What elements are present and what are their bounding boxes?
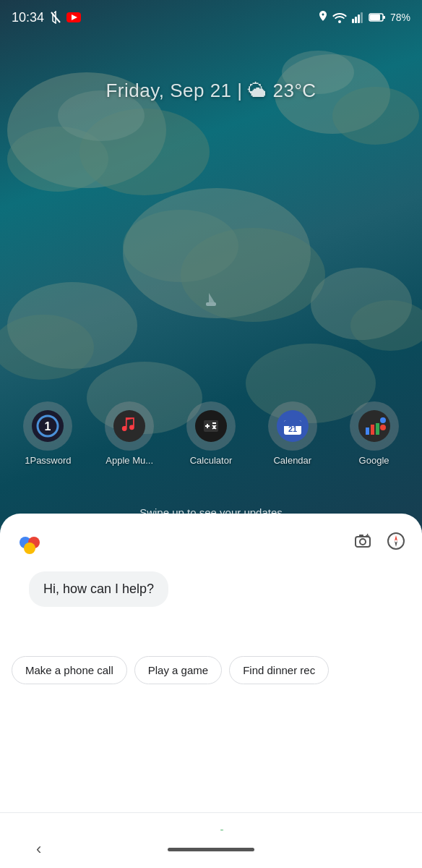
svg-point-62 [360, 539, 366, 545]
greeting-bubble: Hi, how can I help? [29, 571, 168, 607]
status-right: 78% [318, 11, 410, 24]
svg-point-50 [380, 425, 386, 430]
svg-rect-63 [359, 535, 363, 537]
suggestion-phone-call[interactable]: Make a phone call [12, 656, 127, 684]
back-button[interactable]: ‹ [36, 840, 41, 859]
nav-pill[interactable] [168, 848, 254, 851]
svg-rect-26 [383, 16, 385, 19]
status-icons-left [50, 11, 82, 24]
youtube-icon [66, 12, 82, 23]
svg-rect-48 [376, 423, 379, 435]
app-calculator-icon[interactable] [186, 401, 236, 451]
svg-point-31 [113, 410, 145, 442]
snapshot-button[interactable] [353, 531, 373, 554]
svg-point-60 [24, 542, 35, 554]
app-1password[interactable]: 1 1Password [15, 401, 80, 466]
suggestions-row: Make a phone call Play a game Find dinne… [0, 613, 422, 684]
app-calculator-label: Calculator [190, 455, 233, 466]
date-text: Friday, Sep 21 | 🌥 23°C [106, 80, 316, 101]
app-apple-music-icon[interactable] [105, 401, 154, 451]
svg-rect-16 [206, 302, 216, 306]
mute-icon [50, 11, 61, 24]
assistant-header [0, 514, 422, 566]
greeting-text: Hi, how can I help? [43, 582, 154, 596]
nav-bar: ‹ [0, 830, 422, 868]
app-1password-icon[interactable]: 1 [23, 401, 72, 451]
date-widget: Friday, Sep 21 | 🌥 23°C [0, 80, 422, 102]
wifi-icon [332, 12, 347, 23]
greeting-area: Hi, how can I help? [0, 566, 422, 613]
suggestion-play-game[interactable]: Play a game [134, 656, 222, 684]
status-time: 10:34 [12, 10, 44, 25]
suggestion-dinner[interactable]: Find dinner rec [229, 656, 329, 684]
app-google[interactable]: Google [342, 401, 407, 466]
svg-rect-24 [361, 12, 363, 23]
svg-marker-68 [395, 541, 397, 547]
svg-rect-22 [355, 17, 357, 23]
svg-point-9 [123, 210, 238, 282]
app-1password-label: 1Password [25, 455, 71, 466]
location-icon [318, 11, 328, 24]
assistant-action-buttons [353, 531, 406, 554]
app-calendar-icon[interactable]: 21 [268, 401, 317, 451]
app-google-icon[interactable] [350, 401, 399, 451]
svg-text:1: 1 [45, 420, 51, 433]
svg-marker-67 [395, 535, 397, 541]
app-google-label: Google [359, 455, 389, 466]
app-calculator[interactable]: Calculator [178, 401, 244, 466]
battery-icon [369, 12, 386, 22]
signal-icon [351, 12, 364, 23]
battery-percentage: 78% [390, 12, 410, 23]
assistant-sheet: Hi, how can I help? Make a phone call Pl… [0, 514, 422, 868]
app-apple-music[interactable]: Apple Mu... [97, 401, 162, 466]
status-bar: 10:34 [0, 0, 422, 35]
app-icons-row: 1 1Password Apple Mu... [0, 401, 422, 466]
app-calendar-label: Calendar [273, 455, 311, 466]
google-assistant-logo [16, 527, 48, 558]
svg-rect-46 [366, 427, 369, 435]
svg-text:21: 21 [288, 425, 297, 433]
svg-rect-47 [371, 425, 374, 435]
app-apple-music-label: Apple Mu... [106, 455, 153, 466]
svg-rect-23 [358, 14, 360, 23]
compass-button[interactable] [386, 531, 406, 554]
svg-rect-21 [352, 19, 354, 23]
svg-point-49 [380, 417, 386, 423]
svg-rect-27 [370, 14, 380, 20]
status-left: 10:34 [12, 10, 82, 25]
app-calendar[interactable]: 21 Calendar [260, 401, 325, 466]
